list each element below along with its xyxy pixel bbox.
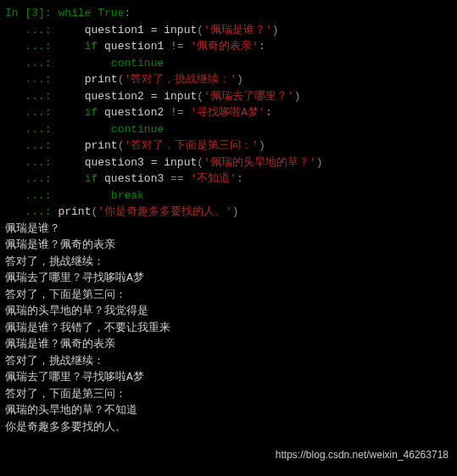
keyword-continue: continue — [111, 57, 164, 70]
print-fn: print — [85, 139, 118, 152]
string-literal: '佩瑞去了哪里？' — [203, 90, 294, 103]
rparen: ) — [259, 139, 265, 152]
cont-prompt: ...: — [5, 205, 58, 218]
assign-op: = — [144, 156, 164, 169]
print-fn: print — [85, 73, 118, 86]
output-line: 佩瑞是谁？佩奇的表亲 — [5, 237, 452, 254]
code-line: ...: print('答对了，下面是第三问：') — [5, 137, 452, 154]
code-line: ...: if question3 == '不知道': — [5, 171, 452, 188]
lparen: ( — [197, 24, 203, 36]
code-line: ...: continue — [5, 55, 452, 72]
cont-prompt: ...: — [5, 172, 58, 185]
code-line: ...: continue — [5, 121, 452, 138]
keyword-break: break — [111, 189, 144, 202]
identifier: question1 — [104, 40, 164, 53]
identifier: question3 — [85, 156, 144, 169]
identifier: question3 — [104, 172, 164, 185]
string-literal: '寻找哆啦A梦' — [191, 106, 265, 119]
watermark-text: https://blog.csdn.net/weixin_46263718 — [276, 447, 449, 462]
output-line: 佩瑞去了哪里？寻找哆啦A梦 — [5, 270, 452, 287]
output-line: 佩瑞的头旱地的草？我觉得是 — [5, 303, 452, 320]
cont-prompt: ...: — [5, 106, 58, 119]
cont-prompt: ...: — [5, 57, 58, 70]
string-literal: '佩瑞的头旱地的草？' — [203, 156, 316, 169]
output-line: 佩瑞是谁？佩奇的表亲 — [5, 336, 452, 353]
identifier: question2 — [104, 106, 164, 119]
ne-op: != — [164, 40, 190, 53]
input-fn: input — [164, 156, 197, 169]
keyword-if: if — [85, 106, 98, 119]
cell-prompt: In [3]: — [5, 7, 58, 20]
rparen: ) — [294, 90, 301, 103]
string-literal: '不知道' — [191, 172, 237, 185]
identifier: question2 — [85, 90, 144, 103]
constant-true: True — [98, 7, 124, 20]
assign-op: = — [144, 90, 164, 103]
code-line: ...: if question1 != '佩奇的表亲': — [5, 38, 452, 55]
output-line: 佩瑞去了哪里？寻找哆啦A梦 — [5, 369, 452, 386]
code-line: ...: print('答对了，挑战继续：') — [5, 71, 452, 88]
cont-prompt: ...: — [5, 139, 58, 152]
ipython-cell: In [3]: while True: ...: question1 = inp… — [5, 5, 452, 435]
cont-prompt: ...: — [5, 156, 58, 169]
rparen: ) — [237, 73, 243, 86]
string-literal: '答对了，挑战继续：' — [124, 73, 237, 86]
keyword-continue: continue — [111, 123, 164, 136]
assign-op: = — [144, 24, 164, 36]
cont-prompt: ...: — [5, 189, 58, 202]
rparen: ) — [272, 24, 279, 36]
keyword-if: if — [85, 40, 98, 53]
eq-op: == — [164, 172, 190, 185]
output-line: 答对了，下面是第三问： — [5, 287, 452, 304]
cont-prompt: ...: — [5, 73, 58, 86]
colon: : — [124, 7, 131, 20]
cont-prompt: ...: — [5, 40, 58, 53]
code-line: ...: question2 = input('佩瑞去了哪里？') — [5, 88, 452, 105]
keyword-while: while — [58, 7, 91, 20]
output-line: 答对了，下面是第三问： — [5, 386, 452, 403]
input-fn: input — [164, 90, 197, 103]
lparen: ( — [197, 156, 203, 169]
rparen: ) — [232, 205, 239, 218]
colon: : — [265, 106, 272, 119]
code-line: ...: question3 = input('佩瑞的头旱地的草？') — [5, 154, 452, 171]
print-fn: print — [58, 205, 91, 218]
cont-prompt: ...: — [5, 90, 58, 103]
keyword-if: if — [85, 172, 98, 185]
string-literal: '佩奇的表亲' — [191, 40, 259, 53]
cont-prompt: ...: — [5, 123, 58, 136]
input-fn: input — [164, 24, 197, 36]
string-literal: '你是奇趣多多要找的人。' — [98, 205, 232, 218]
string-literal: '答对了，下面是第三问：' — [124, 139, 259, 152]
code-line: ...: question1 = input('佩瑞是谁？') — [5, 22, 452, 39]
colon: : — [237, 172, 243, 185]
cont-prompt: ...: — [5, 24, 58, 36]
output-line: 你是奇趣多多要找的人。 — [5, 419, 452, 436]
string-literal: '佩瑞是谁？' — [203, 24, 272, 36]
colon: : — [259, 40, 265, 53]
output-line: 佩瑞是谁？我错了，不要让我重来 — [5, 320, 452, 337]
output-line: 答对了，挑战继续： — [5, 254, 452, 271]
ne-op: != — [164, 106, 190, 119]
output-line: 佩瑞的头旱地的草？不知道 — [5, 402, 452, 419]
output-line: 答对了，挑战继续： — [5, 353, 452, 370]
identifier: question1 — [85, 24, 144, 36]
code-line: In [3]: while True: — [5, 5, 452, 22]
lparen: ( — [197, 90, 203, 103]
code-line: ...: if question2 != '寻找哆啦A梦': — [5, 104, 452, 121]
code-line: ...: break — [5, 188, 452, 204]
output-line: 佩瑞是谁？ — [5, 221, 452, 238]
rparen: ) — [316, 156, 323, 169]
code-line: ...: print('你是奇趣多多要找的人。') — [5, 204, 452, 221]
